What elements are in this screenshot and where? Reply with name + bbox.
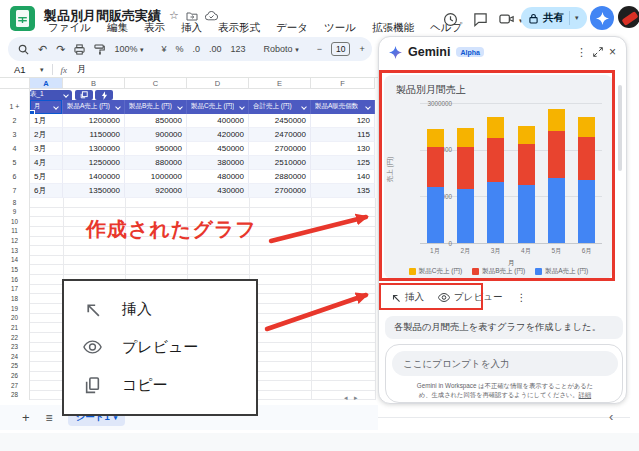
- cell[interactable]: 1200000: [63, 114, 125, 128]
- cell[interactable]: 5月: [30, 170, 63, 184]
- prompt-input[interactable]: ここにプロンプトを入力: [392, 351, 618, 376]
- cell[interactable]: 430000: [187, 184, 249, 198]
- menu-item-編集[interactable]: 編集: [101, 20, 134, 36]
- panel-scrollbar[interactable]: [618, 85, 622, 171]
- font-size-decrease-button[interactable]: −: [317, 44, 322, 54]
- collapse-panel-icon[interactable]: ‹: [609, 409, 613, 424]
- comment-icon[interactable]: [473, 12, 489, 28]
- share-button[interactable]: 共有 ▾: [521, 7, 587, 29]
- row-header-5[interactable]: 5: [0, 156, 29, 170]
- cell[interactable]: 3月: [30, 142, 63, 156]
- decrease-decimal-button[interactable]: .0: [193, 44, 201, 54]
- menu-item-表示[interactable]: 表示: [138, 20, 171, 36]
- row-header-28[interactable]: 28: [0, 390, 29, 400]
- cell[interactable]: 2880000: [249, 170, 311, 184]
- version-history-icon[interactable]: [443, 12, 459, 28]
- row-header-6[interactable]: 6: [0, 170, 29, 184]
- row-header-19[interactable]: 19: [0, 304, 29, 314]
- column-header-B[interactable]: B: [63, 78, 125, 89]
- column-header-F[interactable]: F: [311, 78, 375, 89]
- cell[interactable]: 140: [311, 170, 375, 184]
- cell[interactable]: 1000000: [125, 170, 187, 184]
- paint-format-icon[interactable]: [94, 44, 105, 55]
- table-name-chip[interactable]: 表_1: [30, 90, 72, 101]
- cell[interactable]: 920000: [125, 184, 187, 198]
- cell[interactable]: 850000: [125, 114, 187, 128]
- cell[interactable]: 1150000: [63, 128, 125, 142]
- scroll-right-icon[interactable]: ▸: [354, 394, 358, 402]
- row-header-3[interactable]: 3: [0, 128, 29, 142]
- panel-more-icon[interactable]: ⋮: [576, 46, 587, 59]
- select-all-corner[interactable]: [0, 78, 30, 89]
- print-icon[interactable]: [74, 44, 85, 55]
- menu-item-ツール[interactable]: ツール: [318, 20, 362, 36]
- name-box[interactable]: A1: [14, 64, 40, 75]
- cell[interactable]: 420000: [187, 128, 249, 142]
- row-header-18[interactable]: 18: [0, 294, 29, 304]
- gemini-button[interactable]: [590, 6, 614, 30]
- format-currency-button[interactable]: ¥: [162, 44, 167, 54]
- cell[interactable]: 380000: [187, 156, 249, 170]
- table-header-製品B売上 (円)[interactable]: 製品B売上 (円): [125, 100, 187, 114]
- cell[interactable]: 2月: [30, 128, 63, 142]
- cell[interactable]: 1300000: [63, 142, 125, 156]
- chart-more-icon[interactable]: ⋮: [512, 292, 526, 303]
- row-header-21[interactable]: 21: [0, 323, 29, 333]
- row-header-24[interactable]: 24: [0, 352, 29, 362]
- format-percent-button[interactable]: %: [176, 44, 184, 54]
- context-menu-item-挿入[interactable]: 挿入: [64, 290, 256, 328]
- font-size-input[interactable]: 10: [331, 42, 350, 56]
- undo-icon[interactable]: ↶: [38, 44, 47, 55]
- all-sheets-icon[interactable]: ≡: [46, 411, 52, 425]
- formula-input[interactable]: 月: [77, 63, 86, 76]
- context-menu-item-コピー[interactable]: コピー: [64, 366, 256, 404]
- cell[interactable]: 130: [311, 142, 375, 156]
- search-icon[interactable]: [18, 44, 29, 55]
- increase-decimal-button[interactable]: .00: [209, 44, 222, 54]
- row-header-12[interactable]: 12: [0, 236, 29, 246]
- cell[interactable]: 125: [311, 156, 375, 170]
- cell[interactable]: 120: [311, 114, 375, 128]
- meet-video-icon[interactable]: [499, 12, 515, 28]
- user-avatar[interactable]: [618, 6, 639, 28]
- panel-close-icon[interactable]: ×: [609, 45, 616, 59]
- scroll-left-icon[interactable]: ◂: [344, 394, 348, 402]
- cell[interactable]: 400000: [187, 114, 249, 128]
- more-formats-button[interactable]: 123: [231, 44, 246, 54]
- row-header-11[interactable]: 11: [0, 226, 29, 236]
- cell[interactable]: 2510000: [249, 156, 311, 170]
- row-header-13[interactable]: 13: [0, 246, 29, 256]
- cell[interactable]: 135: [311, 184, 375, 198]
- cell[interactable]: 2470000: [249, 128, 311, 142]
- table-header-合計売上 (円)[interactable]: 合計売上 (円): [249, 100, 311, 114]
- redo-icon[interactable]: ↷: [56, 44, 65, 55]
- table-header-製品A販売個数[interactable]: 製品A販売個数: [311, 100, 375, 114]
- table-header-製品C売上 (円)[interactable]: 製品C売上 (円): [187, 100, 249, 114]
- cell[interactable]: 1350000: [63, 184, 125, 198]
- cell[interactable]: 900000: [125, 128, 187, 142]
- name-box-caret-icon[interactable]: ▾: [40, 66, 44, 74]
- row-header-4[interactable]: 4: [0, 142, 29, 156]
- table-header-製品A売上 (円)[interactable]: 製品A売上 (円): [63, 100, 125, 114]
- menu-item-挿入[interactable]: 挿入: [175, 20, 208, 36]
- cell[interactable]: 1月: [30, 114, 63, 128]
- disclaimer-link[interactable]: 詳細: [579, 391, 592, 398]
- row-header-2[interactable]: 2: [0, 114, 29, 128]
- menu-item-表示形式[interactable]: 表示形式: [212, 20, 266, 36]
- row-header-1[interactable]: 1 +: [0, 100, 29, 114]
- cell[interactable]: 2700000: [249, 142, 311, 156]
- column-header-A[interactable]: A: [30, 78, 63, 89]
- font-size-increase-button[interactable]: +: [359, 44, 364, 54]
- cell[interactable]: 2700000: [249, 184, 311, 198]
- column-header-D[interactable]: D: [187, 78, 249, 89]
- row-header-27[interactable]: 27: [0, 381, 29, 391]
- table-copy-chip-icon[interactable]: [75, 90, 93, 100]
- row-header-20[interactable]: 20: [0, 313, 29, 323]
- row-header-22[interactable]: 22: [0, 333, 29, 343]
- menu-item-ファイル[interactable]: ファイル: [42, 20, 97, 36]
- row-header-16[interactable]: 16: [0, 275, 29, 285]
- context-menu-item-プレビュー[interactable]: プレビュー: [64, 328, 256, 366]
- column-header-E[interactable]: E: [249, 78, 311, 89]
- row-header-25[interactable]: 25: [0, 361, 29, 371]
- share-caret-icon[interactable]: ▾: [575, 14, 579, 22]
